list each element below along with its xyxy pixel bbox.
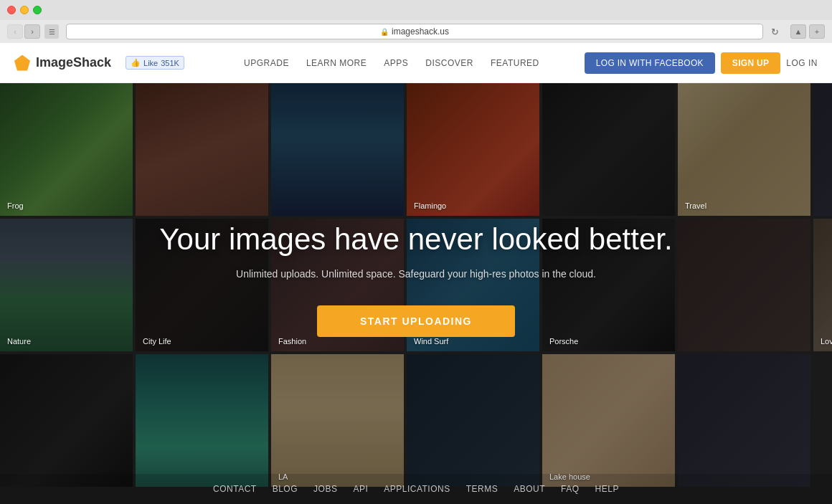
- maximize-button[interactable]: [33, 6, 42, 14]
- lock-icon: 🔒: [380, 28, 389, 36]
- navbar: ImageShack 👍 Like 351K UPGRADE LEARN MOR…: [0, 43, 832, 83]
- back-button[interactable]: ‹: [7, 24, 23, 39]
- footer-contact[interactable]: CONTACT: [213, 484, 257, 494]
- hero-overlay: Your images have never looked better. Un…: [0, 83, 832, 504]
- hero-title: Your images have never looked better.: [159, 222, 672, 257]
- reader-button[interactable]: ☰: [44, 24, 59, 39]
- thumbs-up-icon: 👍: [131, 58, 141, 67]
- nav-apps[interactable]: APPS: [384, 58, 408, 68]
- browser-chrome: ‹ › ☰ 🔒 imageshack.us ↻ ▲ +: [0, 0, 832, 43]
- fb-like-count: 351K: [161, 59, 179, 67]
- nav-discover[interactable]: DISCOVER: [425, 58, 473, 68]
- url-text: imageshack.us: [392, 27, 449, 37]
- nav-learn-more[interactable]: LEARN MORE: [306, 58, 367, 68]
- footer-links: CONTACT BLOG JOBS API APPLICATIONS TERMS…: [0, 474, 832, 504]
- refresh-button[interactable]: ↻: [767, 24, 782, 39]
- footer-about[interactable]: ABOUT: [514, 484, 545, 494]
- close-button[interactable]: [7, 6, 16, 14]
- navbar-links: UPGRADE LEARN MORE APPS DISCOVER FEATURE…: [199, 58, 585, 68]
- hero-subtitle: Unlimited uploads. Unlimited space. Safe…: [236, 268, 596, 280]
- signup-button[interactable]: SIGN UP: [721, 52, 780, 74]
- add-bookmark-button[interactable]: +: [809, 24, 825, 39]
- nav-featured[interactable]: FEATURED: [491, 58, 539, 68]
- brand-logo-icon: [14, 55, 30, 71]
- footer-api[interactable]: API: [353, 484, 368, 494]
- fb-like-label: Like: [143, 59, 158, 67]
- brand: ImageShack: [14, 55, 111, 71]
- footer-terms[interactable]: TERMS: [466, 484, 498, 494]
- fb-like-button[interactable]: 👍 Like 351K: [126, 56, 184, 70]
- nav-upgrade[interactable]: UPGRADE: [244, 58, 289, 68]
- start-uploading-button[interactable]: START UPLOADING: [317, 305, 515, 337]
- footer-faq[interactable]: FAQ: [561, 484, 580, 494]
- footer-applications[interactable]: APPLICATIONS: [384, 484, 450, 494]
- footer-blog[interactable]: BLOG: [273, 484, 298, 494]
- minimize-button[interactable]: [20, 6, 29, 14]
- navbar-actions: LOG IN WITH FACEBOOK SIGN UP LOG IN: [585, 52, 818, 74]
- login-button[interactable]: LOG IN: [786, 58, 818, 68]
- footer-help[interactable]: HELP: [595, 484, 619, 494]
- login-facebook-button[interactable]: LOG IN WITH FACEBOOK: [585, 52, 715, 74]
- address-bar[interactable]: 🔒 imageshack.us: [66, 24, 763, 39]
- brand-name: ImageShack: [36, 55, 111, 70]
- footer-jobs[interactable]: JOBS: [313, 484, 337, 494]
- share-button[interactable]: ▲: [790, 24, 806, 39]
- forward-button[interactable]: ›: [24, 24, 40, 39]
- app-container: ImageShack 👍 Like 351K UPGRADE LEARN MOR…: [0, 43, 832, 504]
